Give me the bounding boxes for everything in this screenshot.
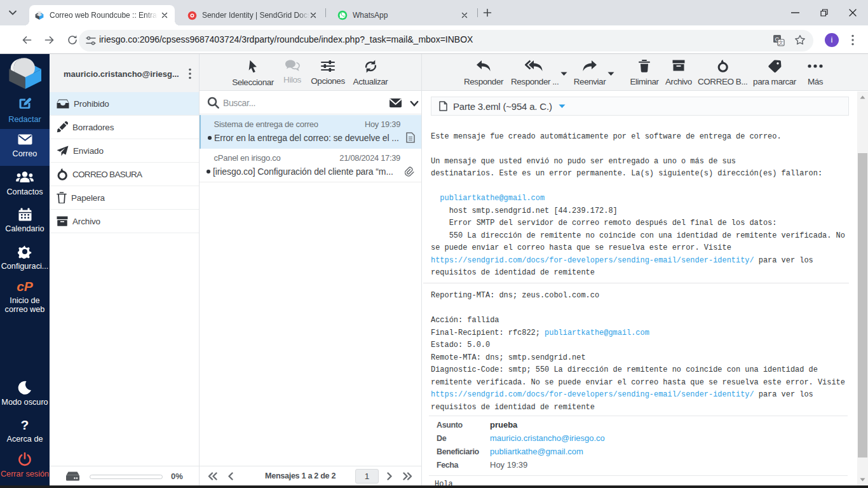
- svg-text:文: 文: [778, 40, 783, 46]
